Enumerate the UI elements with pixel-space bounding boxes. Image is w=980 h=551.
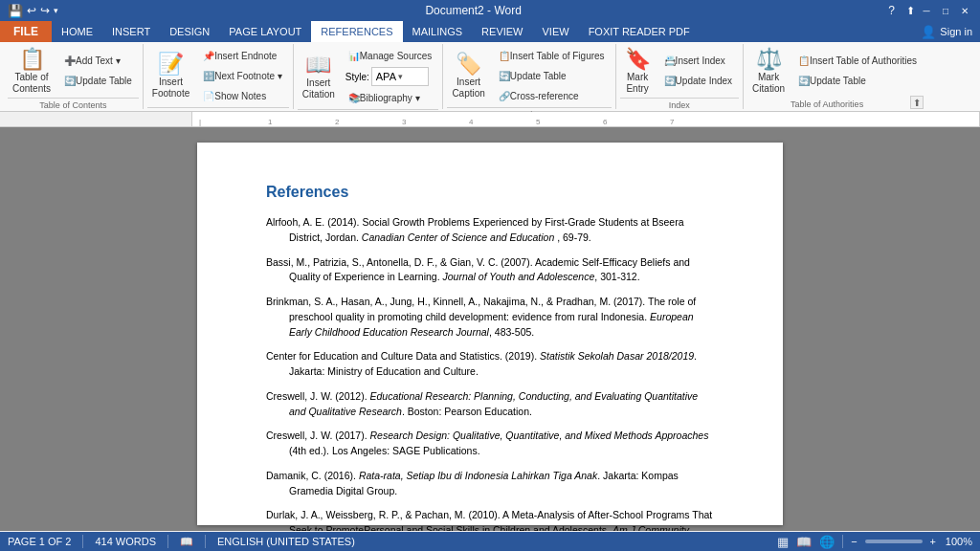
signin-area: 👤 Sign in xyxy=(921,21,972,42)
undo-icon[interactable]: ↩ xyxy=(27,4,36,17)
insert-caption-label: InsertCaption xyxy=(452,77,484,99)
next-footnote-button[interactable]: 🔡 Next Footnote ▾ xyxy=(196,66,289,85)
insert-table-of-authorities-icon: 📋 xyxy=(798,55,810,66)
table-of-contents-label: Table ofContents xyxy=(12,72,51,95)
manage-sources-button[interactable]: 📊 Manage Sources xyxy=(342,46,439,65)
style-selector[interactable]: APA ▾ xyxy=(371,67,429,86)
status-bar: PAGE 1 OF 2 414 WORDS 📖 ENGLISH (UNITED … xyxy=(0,532,980,551)
document-area: References Alrfooh, A. E. (2014). Social… xyxy=(0,127,980,531)
bibliography-label: Bibliography ▾ xyxy=(360,93,420,103)
insert-endnote-label: Insert Endnote xyxy=(214,51,277,61)
review-menu[interactable]: REVIEW xyxy=(472,21,532,42)
mark-entry-icon: 🔖 xyxy=(625,47,651,72)
update-index-button[interactable]: 🔄 Update Index xyxy=(657,72,740,91)
zoom-slider[interactable] xyxy=(865,540,923,543)
insert-menu[interactable]: INSERT xyxy=(102,21,160,42)
update-table-captions-label: Update Table xyxy=(510,71,567,81)
update-table-captions-icon: 🔄 xyxy=(499,71,510,81)
bibliography-button[interactable]: 📚 Bibliography ▾ xyxy=(342,88,439,107)
cross-reference-icon: 🔗 xyxy=(499,91,510,101)
zoom-out-button[interactable]: − xyxy=(851,536,857,547)
page-indicator: PAGE 1 OF 2 xyxy=(8,536,71,547)
print-layout-view-button[interactable]: ▦ xyxy=(777,535,789,549)
insert-endnote-icon: 📌 xyxy=(203,51,214,61)
ruler-content: | 1 2 3 4 5 6 7 xyxy=(191,112,980,126)
signin-icon: 👤 xyxy=(921,25,936,39)
insert-table-of-authorities-button[interactable]: 📋 Insert Table of Authorities xyxy=(791,52,924,71)
ref-entry-6: Damanik, C. (2016). Rata-rata, Setiap Ib… xyxy=(266,469,714,499)
update-table-authorities-button[interactable]: 🔄 Update Table xyxy=(791,72,924,91)
language-indicator: ENGLISH (UNITED STATES) xyxy=(217,536,355,547)
style-dropdown-icon: ▾ xyxy=(398,72,403,81)
signin-label[interactable]: Sign in xyxy=(940,26,972,37)
insert-citation-button[interactable]: 📖 InsertCitation xyxy=(298,52,340,101)
restore-button[interactable]: □ xyxy=(938,4,953,17)
ref-entry-0: Alrfooh, A. E. (2014). Social Growth Pro… xyxy=(266,215,714,246)
style-value: APA xyxy=(376,71,396,82)
insert-footnote-icon: 📝 xyxy=(158,52,184,77)
table-of-authorities-group: ⚖️ MarkCitation 📋 Insert Table of Author… xyxy=(744,44,927,109)
mark-citation-button[interactable]: ⚖️ MarkCitation xyxy=(747,46,790,96)
captions-group: 🏷️ InsertCaption 📋 Insert Table of Figur… xyxy=(443,44,615,109)
doc-heading: References xyxy=(266,181,714,204)
design-menu[interactable]: DESIGN xyxy=(160,21,219,42)
insert-table-of-figures-label: Insert Table of Figures xyxy=(510,51,605,61)
quick-access-toolbar: 💾 ↩ ↪ ▾ xyxy=(8,4,58,18)
mark-citation-label: MarkCitation xyxy=(752,72,785,95)
insert-table-of-figures-icon: 📋 xyxy=(499,51,510,61)
insert-index-button[interactable]: 📇 Insert Index xyxy=(657,52,740,71)
insert-footnote-label: InsertFootnote xyxy=(152,77,189,99)
home-menu[interactable]: HOME xyxy=(52,21,102,42)
insert-index-label: Insert Index xyxy=(676,55,725,66)
table-of-contents-button[interactable]: 📋 Table ofContents xyxy=(8,46,56,96)
help-button[interactable]: ? xyxy=(888,4,895,17)
foxit-menu[interactable]: FOXIT READER PDF xyxy=(579,21,700,42)
manage-sources-label: Manage Sources xyxy=(360,51,433,61)
bibliography-icon: 📚 xyxy=(348,93,360,103)
ribbon-toggle-icon[interactable]: ⬆ xyxy=(906,5,915,17)
update-table-toc-button[interactable]: 🔄 Update Table xyxy=(57,72,139,91)
next-footnote-label: Next Footnote ▾ xyxy=(214,71,282,81)
ribbon-collapse-button[interactable]: ⬆ xyxy=(910,96,924,109)
save-icon[interactable]: 💾 xyxy=(8,4,23,18)
document-page: References Alrfooh, A. E. (2014). Social… xyxy=(197,143,783,525)
table-of-authorities-group-label: Table of Authorities xyxy=(747,98,906,109)
insert-caption-icon: 🏷️ xyxy=(456,52,481,77)
web-layout-button[interactable]: 🌐 xyxy=(819,535,835,549)
view-menu[interactable]: VIEW xyxy=(533,21,579,42)
show-notes-button[interactable]: 📄 Show Notes xyxy=(196,86,289,105)
insert-citation-label: InsertCitation xyxy=(302,77,335,100)
ruler: | 1 2 3 4 5 6 7 xyxy=(0,112,980,127)
add-text-button[interactable]: ➕ Add Text ▾ xyxy=(57,52,139,71)
window-title: Document2 - Word xyxy=(58,4,888,17)
index-group-label: Index xyxy=(620,98,740,110)
ref-entry-4: Creswell, J. W. (2012). Educational Rese… xyxy=(266,389,714,420)
references-menu[interactable]: REFERENCES xyxy=(311,21,402,42)
insert-index-icon: 📇 xyxy=(664,55,676,66)
show-notes-icon: 📄 xyxy=(203,91,214,101)
show-notes-label: Show Notes xyxy=(214,91,266,101)
insert-table-of-figures-button[interactable]: 📋 Insert Table of Figures xyxy=(492,46,612,65)
minimize-button[interactable]: ─ xyxy=(919,4,934,17)
spelling-icon: 📖 xyxy=(180,536,193,548)
mark-citation-icon: ⚖️ xyxy=(756,47,782,72)
update-table-toc-label: Update Table xyxy=(76,76,132,86)
insert-caption-button[interactable]: 🏷️ InsertCaption xyxy=(447,51,489,100)
mailings-menu[interactable]: MAILINGS xyxy=(403,21,473,42)
redo-icon[interactable]: ↪ xyxy=(40,4,50,17)
manage-sources-icon: 📊 xyxy=(348,51,360,61)
insert-table-of-authorities-label: Insert Table of Authorities xyxy=(810,55,917,66)
index-group: 🔖 MarkEntry 📇 Insert Index 🔄 Update Inde… xyxy=(616,44,745,109)
zoom-in-button[interactable]: + xyxy=(930,536,936,547)
file-menu[interactable]: FILE xyxy=(0,21,52,42)
insert-footnote-button[interactable]: 📝 InsertFootnote xyxy=(147,51,194,100)
cross-reference-label: Cross-reference xyxy=(510,91,579,101)
citations-group: 📖 InsertCitation 📊 Manage Sources Style:… xyxy=(294,44,444,109)
read-mode-button[interactable]: 📖 xyxy=(796,535,812,549)
cross-reference-button[interactable]: 🔗 Cross-reference xyxy=(492,86,612,105)
page-layout-menu[interactable]: PAGE LAYOUT xyxy=(219,21,311,42)
insert-endnote-button[interactable]: 📌 Insert Endnote xyxy=(196,46,289,65)
mark-entry-button[interactable]: 🔖 MarkEntry xyxy=(620,46,656,96)
update-table-captions-button[interactable]: 🔄 Update Table xyxy=(492,66,612,85)
close-button[interactable]: ✕ xyxy=(957,4,972,17)
